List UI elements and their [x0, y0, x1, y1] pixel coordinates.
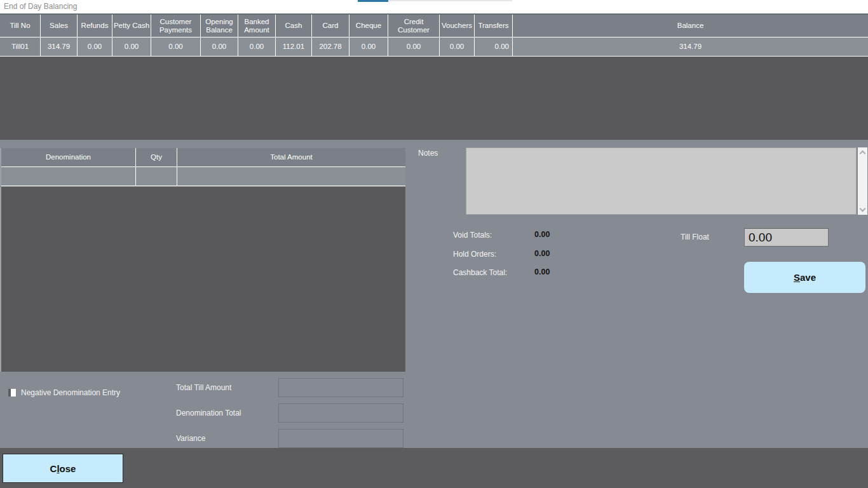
col-banked-amount: Banked Amount — [238, 15, 276, 37]
till-summary-table: Till No Sales Refunds Petty Cash Custome… — [0, 14, 868, 57]
col-opening-balance: Opening Balance — [201, 15, 238, 37]
col-refunds: Refunds — [78, 15, 112, 37]
variance-input[interactable] — [278, 429, 403, 448]
bottom-bar — [0, 448, 868, 488]
cell-till-no[interactable]: Till01 — [0, 37, 41, 57]
col-balance: Balance — [513, 15, 868, 37]
till-float-label: Till Float — [681, 233, 709, 241]
scroll-up-icon[interactable] — [860, 151, 866, 157]
top-accent-bar-light — [388, 0, 512, 1]
cell-banked-amount[interactable]: 0.00 — [238, 37, 276, 57]
denomination-table-header: Denomination Qty Total Amount — [1, 148, 405, 167]
cell-petty-cash[interactable]: 0.00 — [112, 37, 151, 57]
till-grid-empty-area — [0, 57, 868, 140]
denomination-entry-row[interactable] — [1, 167, 405, 186]
cell-cash[interactable]: 112.01 — [276, 37, 312, 57]
cell-credit-customer[interactable]: 0.00 — [388, 37, 440, 57]
denomination-total-input[interactable] — [278, 403, 403, 423]
cell-vouchers[interactable]: 0.00 — [440, 37, 475, 57]
denomination-total-label: Denomination Total — [176, 409, 241, 417]
till-table-header: Till No Sales Refunds Petty Cash Custome… — [0, 15, 868, 37]
col-vouchers: Vouchers — [440, 15, 475, 37]
page-title: End of Day Balancing — [4, 2, 77, 11]
cell-sales[interactable]: 314.79 — [41, 37, 78, 57]
cashback-total-value: 0.00 — [534, 268, 550, 276]
cell-transfers[interactable]: 0.00 — [475, 37, 513, 57]
close-label-prefix: C — [50, 463, 57, 474]
col-credit-customer: Credit Customer — [388, 15, 440, 37]
col-cash: Cash — [276, 15, 312, 37]
cell-balance[interactable]: 314.79 — [513, 37, 868, 57]
scroll-down-icon[interactable] — [860, 206, 866, 212]
total-till-amount-input[interactable] — [278, 378, 403, 397]
hold-orders-value: 0.00 — [534, 249, 550, 258]
col-denomination: Denomination — [1, 148, 136, 167]
col-transfers: Transfers — [475, 15, 513, 37]
col-customer-payments: Customer Payments — [151, 15, 201, 37]
notes-input[interactable] — [466, 147, 857, 215]
cell-opening-balance[interactable]: 0.00 — [201, 37, 238, 57]
col-till-no: Till No — [0, 15, 41, 37]
notes-label: Notes — [418, 149, 438, 158]
col-qty: Qty — [136, 148, 177, 167]
close-button[interactable]: Close — [3, 454, 123, 483]
cell-qty[interactable] — [136, 167, 177, 186]
denomination-table: Denomination Qty Total Amount — [0, 148, 405, 186]
cell-refunds[interactable]: 0.00 — [78, 37, 112, 57]
col-cheque: Cheque — [349, 15, 388, 37]
variance-label: Variance — [176, 434, 205, 443]
cashback-total-label: Cashback Total: — [453, 268, 507, 277]
save-label-mnemonic: S — [794, 272, 800, 283]
negative-denomination-label: Negative Denomination Entry — [21, 388, 120, 397]
title-strip — [0, 0, 868, 13]
negative-denomination-checkbox[interactable] — [8, 388, 17, 397]
col-card: Card — [312, 15, 349, 37]
col-petty-cash: Petty Cash — [112, 15, 151, 37]
total-till-amount-label: Total Till Amount — [176, 383, 231, 392]
hold-orders-label: Hold Orders: — [453, 250, 496, 259]
cell-card[interactable]: 202.78 — [312, 37, 349, 57]
top-accent-bar — [358, 0, 388, 2]
cell-customer-payments[interactable]: 0.00 — [151, 37, 201, 57]
void-totals-value: 0.00 — [534, 230, 550, 239]
save-label-suffix: ave — [800, 272, 816, 283]
close-label-suffix: ose — [60, 463, 76, 474]
cell-total-amount[interactable] — [177, 167, 405, 186]
col-total-amount: Total Amount — [177, 148, 405, 167]
cell-denomination[interactable] — [1, 167, 136, 186]
save-button[interactable]: Save — [744, 262, 865, 293]
void-totals-label: Void Totals: — [453, 231, 492, 240]
col-sales: Sales — [41, 15, 78, 37]
table-row[interactable]: Till01 314.79 0.00 0.00 0.00 0.00 0.00 1… — [0, 37, 868, 57]
notes-scrollbar[interactable] — [858, 147, 867, 215]
end-of-day-balancing-window: End of Day Balancing Till No Sales Refun… — [0, 0, 868, 488]
denomination-grid-empty-area — [0, 187, 405, 372]
till-float-input[interactable] — [744, 228, 829, 247]
cell-cheque[interactable]: 0.00 — [349, 37, 388, 57]
